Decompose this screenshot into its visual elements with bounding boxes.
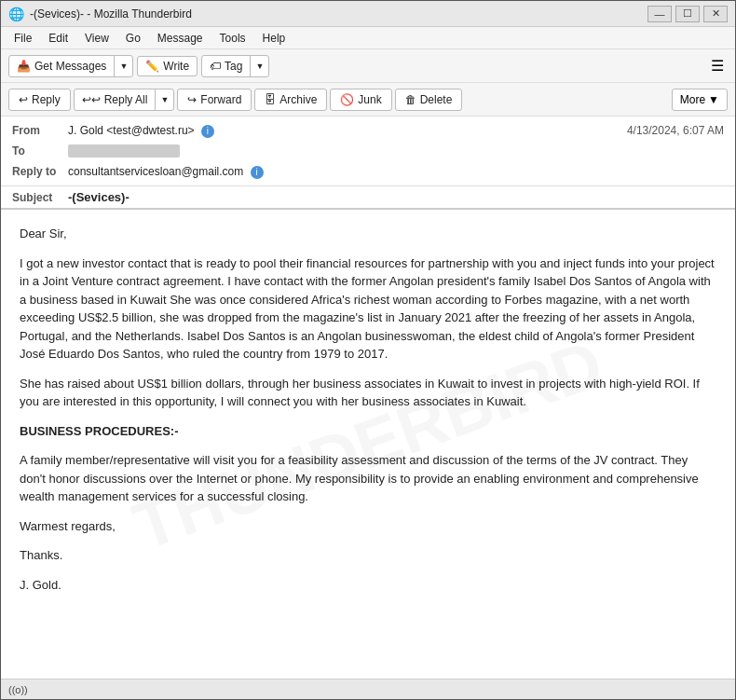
forward-label: Forward [200, 93, 241, 106]
email-closing-2: Thanks. [20, 546, 716, 565]
subject-value: -(Sevices)- [68, 190, 129, 204]
write-button[interactable]: ✏️ Write [137, 56, 198, 76]
to-row: To [12, 141, 724, 161]
menu-help[interactable]: Help [255, 30, 293, 47]
reply-to-verify-icon[interactable]: i [251, 166, 264, 179]
reply-all-split-button[interactable]: ↩↩ Reply All ▼ [74, 89, 175, 111]
reply-label: Reply [32, 93, 61, 106]
email-signature: J. Gold. [20, 576, 716, 595]
junk-button[interactable]: 🚫 Junk [330, 89, 391, 111]
reply-to-value: consultantservicesloan@gmail.com i [68, 165, 724, 179]
write-icon: ✏️ [145, 60, 159, 73]
delete-icon: 🗑 [405, 93, 416, 106]
email-content: Dear Sir, I got a new investor contact t… [20, 225, 716, 594]
reply-button[interactable]: ↩ Reply [8, 89, 71, 111]
to-value [68, 144, 724, 158]
menu-tools[interactable]: Tools [212, 30, 253, 47]
from-name: J. Gold <test@dwtest.ru> [68, 124, 195, 137]
reply-icon: ↩ [19, 93, 28, 106]
junk-icon: 🚫 [340, 93, 354, 106]
menu-message[interactable]: Message [150, 30, 211, 47]
tag-label: Tag [225, 60, 242, 73]
reply-to-email: consultantservicesloan@gmail.com [68, 165, 243, 178]
close-button[interactable]: ✕ [703, 6, 728, 22]
delete-label: Delete [420, 93, 453, 106]
tag-dropdown[interactable]: ▼ [251, 58, 268, 75]
verified-icon[interactable]: i [201, 125, 214, 138]
email-body: THUNDERBIRD Dear Sir, I got a new invest… [1, 210, 735, 679]
tag-button[interactable]: 🏷 Tag [202, 56, 251, 76]
window-controls: — ☐ ✕ [647, 6, 728, 22]
email-paragraph-3: A family member/representative will visi… [20, 451, 716, 506]
menu-view[interactable]: View [77, 30, 116, 47]
email-closing-1: Warmest regards, [20, 517, 716, 536]
menu-bar: File Edit View Go Message Tools Help [1, 27, 735, 49]
reply-all-label: Reply All [104, 93, 148, 106]
from-row: From J. Gold <test@dwtest.ru> i 4/13/202… [12, 120, 724, 141]
email-paragraph-1: I got a new investor contact that is rea… [20, 254, 716, 364]
from-value: J. Gold <test@dwtest.ru> i [68, 124, 627, 138]
minimize-button[interactable]: — [647, 6, 672, 22]
more-label: More [680, 93, 705, 106]
delete-button[interactable]: 🗑 Delete [395, 89, 463, 111]
main-window: 🌐 -(Sevices)- - Mozilla Thunderbird — ☐ … [0, 0, 736, 700]
connection-icon: ((o)) [8, 684, 28, 695]
write-label: Write [163, 60, 189, 73]
get-messages-dropdown[interactable]: ▼ [115, 58, 132, 75]
to-redacted [68, 144, 180, 158]
menu-go[interactable]: Go [118, 30, 148, 47]
more-chevron-icon: ▼ [708, 93, 719, 106]
status-bar: ((o)) [1, 679, 735, 699]
reply-all-icon: ↩↩ [82, 93, 101, 106]
email-date: 4/13/2024, 6:07 AM [627, 124, 724, 137]
hamburger-menu[interactable]: ☰ [707, 53, 728, 78]
email-header: From J. Gold <test@dwtest.ru> i 4/13/202… [1, 117, 735, 186]
archive-icon: 🗄 [265, 93, 276, 106]
email-business-header: BUSINESS PROCEDURES:- [20, 422, 716, 441]
maximize-button[interactable]: ☐ [675, 6, 700, 22]
junk-label: Junk [358, 93, 381, 106]
reply-to-label: Reply to [12, 165, 68, 178]
main-toolbar: 📥 Get Messages ▼ ✏️ Write 🏷 Tag ▼ ☰ [1, 49, 735, 83]
inbox-icon: 📥 [17, 60, 31, 73]
get-messages-label: Get Messages [34, 60, 106, 73]
app-icon: 🌐 [8, 7, 24, 21]
forward-button[interactable]: ↪ Forward [177, 89, 252, 111]
get-messages-split-button[interactable]: 📥 Get Messages ▼ [8, 55, 133, 77]
more-button[interactable]: More ▼ [672, 89, 728, 111]
menu-edit[interactable]: Edit [41, 30, 75, 47]
menu-file[interactable]: File [7, 30, 39, 47]
tag-split-button[interactable]: 🏷 Tag ▼ [201, 55, 269, 77]
reply-to-row: Reply to consultantservicesloan@gmail.co… [12, 161, 724, 182]
archive-label: Archive [279, 93, 317, 106]
reply-all-button[interactable]: ↩↩ Reply All [75, 89, 157, 110]
email-paragraph-2: She has raised about US$1 billion dollar… [20, 375, 716, 411]
email-greeting: Dear Sir, [20, 225, 716, 243]
title-bar: 🌐 -(Sevices)- - Mozilla Thunderbird — ☐ … [1, 1, 735, 27]
window-title: -(Sevices)- - Mozilla Thunderbird [30, 7, 647, 21]
to-label: To [12, 144, 68, 158]
action-bar: ↩ Reply ↩↩ Reply All ▼ ↪ Forward 🗄 Archi… [1, 83, 735, 117]
reply-all-dropdown[interactable]: ▼ [156, 91, 173, 108]
archive-button[interactable]: 🗄 Archive [254, 89, 327, 111]
from-label: From [12, 124, 68, 137]
subject-row: Subject -(Sevices)- [1, 186, 735, 210]
tag-icon: 🏷 [210, 60, 221, 73]
get-messages-button[interactable]: 📥 Get Messages [9, 56, 115, 76]
forward-icon: ↪ [187, 93, 197, 106]
subject-label: Subject [12, 191, 68, 204]
